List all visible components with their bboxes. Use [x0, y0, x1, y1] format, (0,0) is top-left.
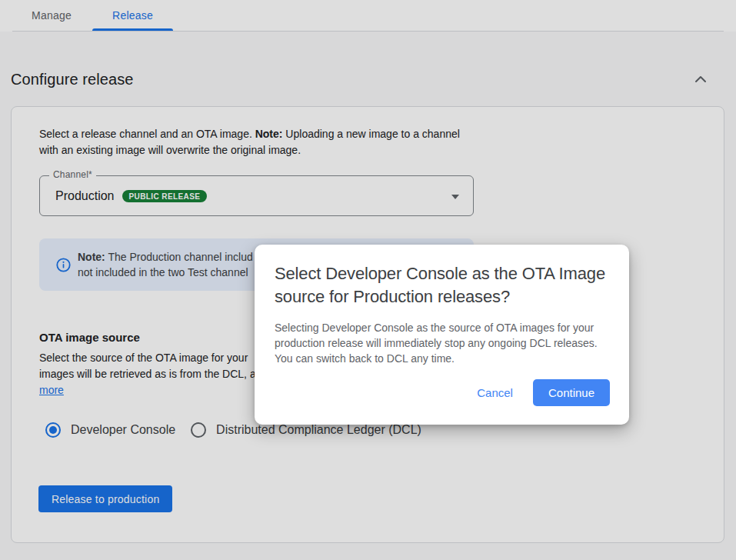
dialog-body: Selecting Developer Console as the sourc…	[275, 320, 613, 366]
cancel-button[interactable]: Cancel	[477, 386, 513, 399]
dialog-title: Select Developer Console as the OTA Imag…	[275, 262, 617, 308]
continue-button[interactable]: Continue	[533, 379, 610, 406]
dialog-actions: Cancel Continue	[477, 379, 610, 406]
confirm-dialog: Select Developer Console as the OTA Imag…	[255, 245, 629, 425]
